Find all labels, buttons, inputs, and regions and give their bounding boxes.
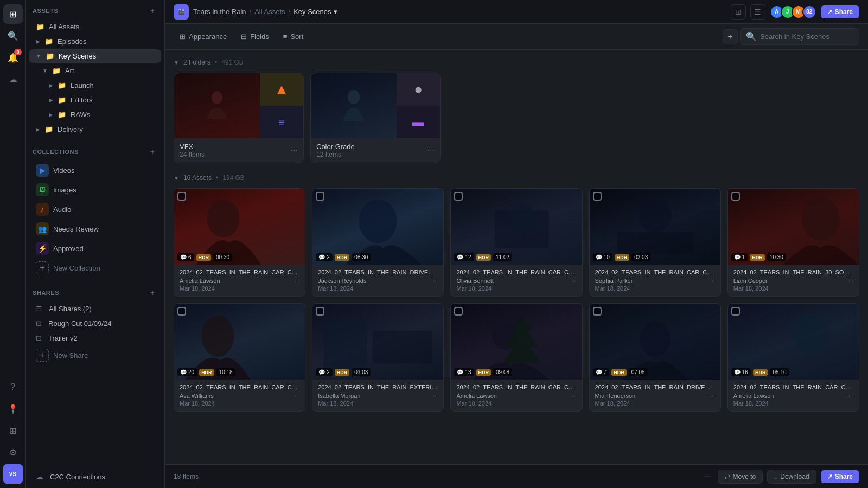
collection-videos[interactable]: ▶ Videos [29,161,161,179]
folder-thumb-left [311,73,397,138]
collection-images[interactable]: 🖼 Images [29,181,161,199]
asset-checkbox[interactable] [593,307,602,316]
asset-thumbnail: 💬 1 HDR 10:30 [728,189,859,265]
asset-card[interactable]: 💬 2 HDR 08:30 2024_02_TEARS_IN_THE_RAIN_… [312,188,444,297]
asset-meta: Jackson Reynolds ··· [318,278,438,284]
asset-thumbnail: 💬 20 HDR 10:18 [174,304,305,380]
folder-info: VFX 24 Items ··· [174,138,303,163]
new-share-button[interactable]: + New Share [29,346,161,364]
duration-badge: 10:18 [216,368,235,376]
asset-card[interactable]: 💬 7 HDR 07:05 2024_02_TEARS_IN_THE_RAIN_… [589,303,721,412]
asset-checkbox[interactable] [177,192,186,201]
collection-needs-review[interactable]: 👥 Needs Review [29,220,161,238]
folder-color-grade[interactable]: ⬤ ▬ Color Grade 12 Items ··· [310,73,441,163]
asset-card[interactable]: 💬 16 HDR 05:10 2024_02_TEARS_IN_THE_RAIN… [727,303,859,412]
chevron-right-icon: ▶ [36,38,40,44]
folder-thumb-right: ▲ ≡ [260,73,303,138]
share-button[interactable]: ↗ Share [821,5,859,18]
sort-button[interactable]: ≡ Sort [277,29,309,44]
asset-checkbox[interactable] [593,192,602,201]
sidebar-item-all-assets[interactable]: 📁 All Assets [29,20,161,34]
asset-card[interactable]: 💬 12 HDR 11:02 2024_02_TEARS_IN_THE_RAIN… [450,188,582,297]
search-input[interactable] [760,33,853,41]
asset-card[interactable]: 💬 2 HDR 03:03 2024_02_TEARS_IN_THE_RAIN_… [312,303,444,412]
comment-badge: 💬 16 [731,368,751,376]
add-share-button[interactable]: + [147,287,158,298]
asset-card[interactable]: 💬 20 HDR 10:18 2024_02_TEARS_IN_THE_RAIN… [174,303,305,412]
sidebar-item-episodes[interactable]: ▶ 📁 Episodes [29,35,161,48]
asset-checkbox[interactable] [316,307,324,316]
add-asset-button[interactable]: + [147,5,158,16]
asset-checkbox[interactable] [316,192,324,201]
svg-point-10 [202,316,234,357]
hdr-badge: HDR [615,254,630,261]
add-collection-button[interactable]: + [147,146,158,157]
chevron-down-icon[interactable]: ▼ [174,175,179,181]
sidebar-item-editors[interactable]: ▶ 📁 Editors [29,93,161,107]
sidebar-item-key-scenes[interactable]: ▼ 📁 Key Scenes [29,49,161,63]
sort-icon: ≡ [283,33,288,41]
person-silhouette [339,88,369,124]
bottom-share-button[interactable]: ↗ Share [821,470,859,483]
folder-thumb-top: ⬤ [397,73,440,106]
folder-thumb-right: ⬤ ▬ [397,73,440,138]
more-options-btn[interactable]: ··· [701,470,713,484]
fields-button[interactable]: ⊟ Fields [235,29,275,44]
add-button[interactable]: + [723,29,738,44]
asset-card[interactable]: 💬 1 HDR 10:30 2024_02_TEARS_IN_THE_RAIN_… [727,188,859,297]
asset-badges: 💬 6 HDR 00:30 [177,253,232,261]
share-rough-cut[interactable]: ⊡ Rough Cut 01/09/24 [29,317,161,330]
share-trailer[interactable]: ⊡ Trailer v2 [29,331,161,345]
sidebar-item-art[interactable]: ▼ 📁 Art [29,64,161,78]
grid-view-btn[interactable]: ⊞ [731,4,746,20]
folder-info: Color Grade 12 Items ··· [311,138,440,163]
move-to-button[interactable]: ⇄ Move to [718,470,763,484]
folder-menu-btn[interactable]: ··· [427,146,435,156]
pin-icon[interactable]: 📍 [3,399,23,419]
lines-icon: ▬ [412,115,424,129]
hdr-badge: HDR [335,254,350,261]
asset-checkbox[interactable] [177,307,186,316]
share-icon: ⊡ [36,319,42,328]
add-icon: + [36,349,49,362]
folder-menu-btn[interactable]: ··· [291,146,298,156]
c2c-connections[interactable]: ☁ C2C Connections [29,470,161,484]
asset-card[interactable]: 💬 13 HDR 09:08 2024_02_TEARS_IN_THE_RAIN… [450,303,582,412]
grid-icon[interactable]: ⊞ [3,421,23,440]
icon-bar: ⊞ 🔍 🔔3 ☁ ? 📍 ⊞ ⚙ VS [0,0,26,488]
asset-card[interactable]: 💬 6 HDR 00:30 2024_02_TEARS_IN_THE_RAIN_… [174,188,305,297]
chevron-down-icon: ▼ [42,68,48,74]
home-icon[interactable]: ⊞ [3,4,23,24]
sidebar-item-launch[interactable]: ▶ 📁 Launch [29,79,161,92]
sidebar-item-delivery[interactable]: ▶ 📁 Delivery [29,123,161,136]
svg-point-9 [801,197,839,240]
search-icon[interactable]: 🔍 [3,26,23,46]
folder-thumb: ⬤ ▬ [311,73,440,138]
folder-vfx[interactable]: ▲ ≡ VFX 24 Items ··· [174,73,304,163]
new-collection-button[interactable]: + New Collection [29,259,161,277]
chevron-down-icon: ▾ [334,8,337,16]
asset-checkbox[interactable] [731,307,740,316]
chevron-down-icon[interactable]: ▼ [174,60,179,66]
asset-card[interactable]: 💬 10 HDR 02:03 2024_02_TEARS_IN_THE_RAIN… [589,188,721,297]
asset-checkbox[interactable] [454,307,463,316]
notifications-icon[interactable]: 🔔3 [3,48,23,67]
settings-icon[interactable]: ⚙ [3,442,23,462]
share-all[interactable]: ☰ All Shares (2) [29,302,161,316]
collection-approved[interactable]: ⚡ Approved [29,239,161,258]
list-view-btn[interactable]: ☰ [750,4,765,20]
asset-info: 2024_02_TEARS_IN_THE_RAIN_CAR_CU_SCENE_0… [451,265,582,296]
asset-checkbox[interactable] [454,192,463,201]
appearance-button[interactable]: ⊞ Appearance [174,29,233,44]
asset-info: 2024_02_TEARS_IN_THE_RAIN_CAR_CU_DETAILS… [728,380,859,411]
download-button[interactable]: ↓ Download [767,470,816,484]
collection-audio[interactable]: ♪ Audio [29,200,161,219]
svg-point-7 [639,200,671,232]
cloud-icon[interactable]: ☁ [3,69,23,89]
chevron-right-icon: ▶ [49,97,53,103]
sidebar-item-raws[interactable]: ▶ 📁 RAWs [29,108,161,121]
asset-checkbox[interactable] [731,192,740,201]
asset-thumbnail: 💬 12 HDR 11:02 [451,189,582,265]
help-icon[interactable]: ? [3,377,23,397]
folder-icon: 📁 [58,96,66,104]
